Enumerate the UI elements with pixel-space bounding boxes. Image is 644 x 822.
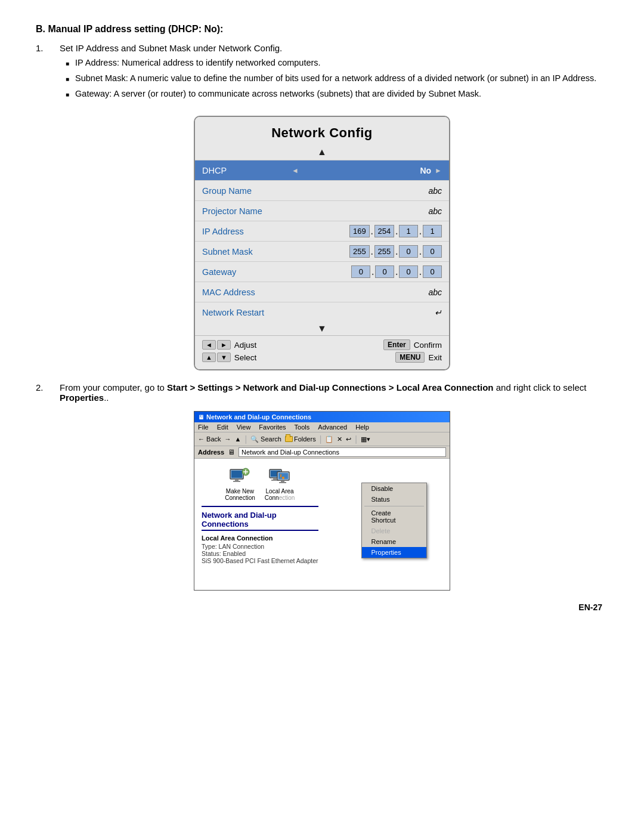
make-new-connection-img <box>229 465 250 486</box>
menu-key[interactable]: MENU <box>395 352 425 363</box>
nc-label-7: Network Restart <box>202 308 292 317</box>
nc-row-dhcp[interactable]: DHCP◄No► <box>195 160 449 180</box>
bullet-list: IP Address: Numerical address to identif… <box>66 57 608 100</box>
ip-octet-5-1[interactable]: 0 <box>375 265 394 278</box>
ip-octet-5-3[interactable]: 0 <box>423 265 442 278</box>
svg-rect-3 <box>233 481 240 482</box>
dialup-icons-row: Make NewConnection <box>202 465 318 501</box>
right-arrow-key[interactable]: ► <box>217 340 231 350</box>
local-area-connection-label: Local AreaConnection <box>265 488 295 501</box>
menu-tools[interactable]: Tools <box>295 424 310 431</box>
step2-text: From your computer, go to <box>60 382 167 393</box>
step1-text: Set IP Address and Subnet Mask under Net… <box>60 43 282 53</box>
toolbar-folders[interactable]: Folders <box>285 435 316 443</box>
toolbar-copy[interactable]: 📋 <box>325 435 333 443</box>
scroll-down-arrow[interactable]: ▼ <box>195 322 449 335</box>
nc-row-mac-address[interactable]: MAC Addressabc <box>195 282 449 302</box>
ctx-rename[interactable]: Rename <box>362 536 426 547</box>
ip-octet-3-0[interactable]: 169 <box>349 225 370 237</box>
toolbar-sep3: | <box>355 434 357 444</box>
bullet-item-2: Gateway: A server (or router) to communi… <box>66 88 608 101</box>
dhcp-left-arrow[interactable]: ◄ <box>292 166 299 175</box>
ip-octet-3-1[interactable]: 254 <box>374 225 395 237</box>
nc-row-ip-address[interactable]: IP Address169.254.1.1 <box>195 221 449 241</box>
make-new-connection-label: Make NewConnection <box>225 488 255 501</box>
ip-octet-3-3[interactable]: 1 <box>423 225 442 237</box>
svg-rect-9 <box>273 478 277 480</box>
dhcp-value: No <box>306 166 431 175</box>
nc-row-group-name[interactable]: Group Nameabc <box>195 180 449 200</box>
nc-label-2: Projector Name <box>202 206 292 216</box>
menu-file[interactable]: File <box>198 424 209 431</box>
make-new-connection-icon[interactable]: Make NewConnection <box>225 465 255 501</box>
context-menu: Disable Status Create Shortcut Delete Re… <box>361 483 427 558</box>
ip-group-3: 169.254.1.1 <box>292 225 442 237</box>
exit-label: Exit <box>428 353 442 362</box>
ip-dot: . <box>371 227 373 236</box>
local-area-connection-icon[interactable]: Local AreaConnection <box>265 465 295 501</box>
ctx-properties[interactable]: Properties <box>362 547 426 558</box>
address-value[interactable]: Network and Dial-up Connections <box>239 447 446 457</box>
toolbar-search[interactable]: 🔍 Search <box>250 435 281 443</box>
ctx-create-shortcut[interactable]: Create Shortcut <box>362 508 426 526</box>
step2-number: 2. <box>36 382 60 403</box>
ip-octet-4-0[interactable]: 255 <box>349 245 370 258</box>
ip-dot: . <box>419 227 422 236</box>
toolbar-undo[interactable]: ↩ <box>346 435 351 443</box>
dialup-content: Make NewConnection <box>194 459 450 590</box>
menu-edit[interactable]: Edit <box>217 424 228 431</box>
toolbar-up[interactable]: ▲ <box>235 435 242 443</box>
dialup-toolbar: ← Back → ▲ | 🔍 Search Folders | 📋 ✕ ↩ | … <box>194 432 450 446</box>
up-arrow-key[interactable]: ▲ <box>202 353 216 362</box>
nc-label-5: Gateway <box>202 267 292 277</box>
menu-view[interactable]: View <box>237 424 251 431</box>
nc-row-subnet-mask[interactable]: Subnet Mask255.255.0.0 <box>195 241 449 261</box>
nc-row-projector-name[interactable]: Projector Nameabc <box>195 200 449 221</box>
dialup-section-title: Network and Dial-upConnections <box>202 511 318 531</box>
network-config-footer: ◄ ► Adjust Enter Confirm ▲ ▼ Select MENU… <box>195 335 449 369</box>
toolbar-view-toggle[interactable]: ▦▾ <box>361 435 370 443</box>
ip-octet-4-1[interactable]: 255 <box>374 245 395 258</box>
down-arrow-key[interactable]: ▼ <box>217 353 231 362</box>
toolbar-delete[interactable]: ✕ <box>337 435 342 443</box>
dialup-menubar: File Edit View Favorites Tools Advanced … <box>194 422 450 432</box>
scroll-up-arrow[interactable]: ▲ <box>195 147 449 160</box>
left-arrow-key[interactable]: ◄ <box>202 340 216 350</box>
folder-icon <box>285 436 293 442</box>
ip-dot: . <box>395 227 398 236</box>
dialup-screenshot: 🖥 Network and Dial-up Connections File E… <box>194 411 450 591</box>
ip-octet-3-2[interactable]: 1 <box>399 225 418 237</box>
ip-dot: . <box>371 247 373 257</box>
step2-bold2: Properties <box>60 393 104 403</box>
ip-dot: . <box>419 247 422 257</box>
conn-adapter: SiS 900-Based PCI Fast Ethernet Adapter <box>202 557 318 564</box>
ctx-disable[interactable]: Disable <box>362 483 426 494</box>
nc-row-gateway[interactable]: Gateway0.0.0.0 <box>195 261 449 282</box>
dhcp-right-arrow[interactable]: ► <box>435 166 442 175</box>
nc-value-2: abc <box>292 206 442 216</box>
conn-status: Status: Enabled <box>202 550 318 557</box>
ip-octet-5-2[interactable]: 0 <box>399 265 418 278</box>
toolbar-back[interactable]: ← Back <box>198 435 221 443</box>
network-config-title: Network Config <box>195 117 449 147</box>
ip-octet-5-0[interactable]: 0 <box>351 265 370 278</box>
step1-number: 1. <box>36 43 60 104</box>
nc-row-network-restart[interactable]: Network Restart↵ <box>195 302 449 322</box>
enter-key[interactable]: Enter <box>383 339 410 350</box>
confirm-label: Confirm <box>414 341 442 350</box>
menu-favorites[interactable]: Favorites <box>259 424 286 431</box>
nc-value-6: abc <box>292 288 442 297</box>
ip-octet-4-2[interactable]: 0 <box>399 245 418 258</box>
dialup-title-text: Network and Dial-up Connections <box>206 413 311 421</box>
toolbar-forward[interactable]: → <box>225 435 231 443</box>
menu-advanced[interactable]: Advanced <box>318 424 347 431</box>
dialup-titlebar: 🖥 Network and Dial-up Connections <box>194 412 450 422</box>
ip-octet-4-3[interactable]: 0 <box>423 245 442 258</box>
adjust-arrow-pair: ◄ ► <box>202 340 231 350</box>
nc-label-4: Subnet Mask <box>202 247 292 257</box>
menu-help[interactable]: Help <box>355 424 369 431</box>
ctx-status[interactable]: Status <box>362 494 426 505</box>
step2-content: From your computer, go to Start > Settin… <box>60 382 608 403</box>
ctx-delete: Delete <box>362 526 426 536</box>
ip-dot: . <box>395 267 398 277</box>
